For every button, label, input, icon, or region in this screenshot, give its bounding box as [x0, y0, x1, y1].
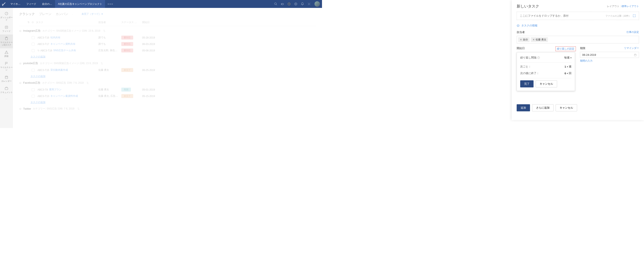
sidebar-more[interactable]: ⋯	[0, 96, 13, 102]
sidebar-dashboard[interactable]: ダッシュボード	[0, 9, 13, 23]
sidebar-tasks[interactable]: マイルストーン&タスク	[0, 34, 13, 48]
tab-mine[interactable]: 自分の…	[39, 0, 55, 8]
sidebar-milestone[interactable]: マイルストーン	[0, 59, 13, 73]
plus-icon[interactable]	[292, 0, 299, 8]
svg-rect-5	[5, 26, 8, 28]
sidebar-issues[interactable]: 課題	[0, 48, 13, 59]
sidebar: ダッシュボード フィード マイルストーン&タスク 課題 マイルストーン カレンダ…	[0, 8, 13, 128]
sidebar-documents[interactable]: ドキュメント	[0, 84, 13, 96]
gamepad-icon[interactable]	[279, 0, 286, 8]
sidebar-feed[interactable]: フィード	[0, 23, 13, 34]
sidebar-calendar[interactable]: カレンダー	[0, 73, 13, 84]
tools-icon[interactable]	[306, 0, 312, 8]
tab-feed[interactable]: フィード	[23, 0, 39, 8]
tab-myhome[interactable]: マイホ…	[8, 0, 23, 8]
bell-icon[interactable]	[299, 0, 306, 8]
content-area: クラシック プレーン カンバン · 未完了（すべて）▾ ⇅⊙タスク 担当者 ステ…	[13, 8, 322, 128]
content-overlay	[13, 8, 322, 128]
user-avatar[interactable]	[314, 1, 320, 7]
search-icon[interactable]	[272, 0, 279, 8]
clock-icon[interactable]	[286, 0, 292, 8]
topbar: マイホ… フィード 自分の… A社夏の広告キャンペーンプロジェクト ○○○	[0, 0, 322, 8]
tab-project[interactable]: A社夏の広告キャンペーンプロジェクト	[55, 0, 105, 8]
svg-rect-8	[5, 88, 8, 90]
svg-rect-7	[5, 76, 8, 79]
app-logo[interactable]	[0, 0, 8, 8]
tab-more[interactable]: ○○○	[105, 2, 116, 5]
svg-point-0	[274, 3, 276, 4]
svg-rect-1	[281, 3, 284, 5]
